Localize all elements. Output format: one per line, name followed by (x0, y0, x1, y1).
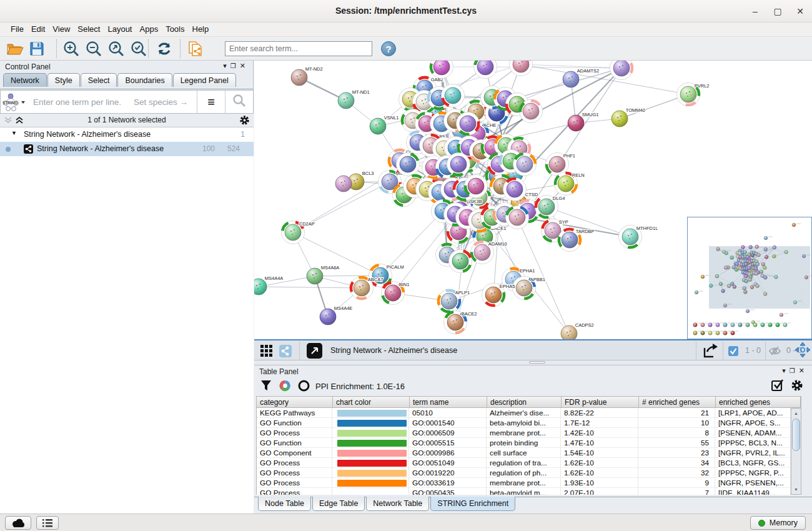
table-panel-menu-icon[interactable]: ▾ (782, 367, 790, 374)
zoom-selected-icon[interactable] (130, 40, 147, 57)
birdseye-view[interactable] (687, 217, 812, 339)
network-node[interactable]: PVRL2 (677, 83, 710, 106)
scroll-down-arrow[interactable]: ▼ (792, 485, 800, 494)
network-node[interactable] (335, 176, 352, 192)
network-node[interactable]: TOMM40 (611, 107, 645, 127)
tab-select[interactable]: Select (81, 73, 117, 87)
table-row[interactable]: GO FunctionGO:0005515protein binding1.47… (257, 438, 791, 448)
grid-view-icon[interactable] (260, 345, 273, 357)
string-term-input[interactable]: Enter one term per line. (27, 97, 134, 107)
network-node[interactable]: MT-ND2 (291, 66, 323, 86)
pan-crosshair-icon[interactable] (795, 342, 811, 358)
column-header--enriched-genes[interactable]: # enriched genes (639, 397, 716, 407)
zoom-out-icon[interactable] (85, 40, 102, 57)
search-input[interactable] (225, 41, 372, 56)
string-logo-icon[interactable]: STRING (1, 91, 27, 113)
network-node[interactable] (457, 112, 480, 136)
scrollbar-thumb[interactable] (792, 419, 800, 451)
panel-float-icon[interactable]: ❐ (230, 62, 240, 69)
table-panel-close-icon[interactable]: ✕ (799, 367, 808, 374)
network-node[interactable] (506, 206, 529, 229)
column-header-enriched-genes[interactable]: enriched genes (716, 397, 801, 407)
network-node[interactable] (503, 178, 527, 201)
tab-edge-table[interactable]: Edge Table (312, 497, 365, 511)
filter-icon[interactable] (260, 380, 272, 392)
network-options-gear-icon[interactable] (239, 115, 250, 126)
save-session-icon[interactable] (29, 41, 45, 57)
network-node[interactable] (510, 61, 533, 76)
network-node[interactable]: ADAMTS2 (563, 68, 599, 87)
open-session-icon[interactable] (6, 41, 24, 57)
panel-splitter-horizontal[interactable] (254, 360, 812, 365)
column-header-chart-color[interactable]: chart color (333, 397, 410, 407)
network-node[interactable]: ABCA7 (350, 277, 384, 300)
close-button[interactable]: ✕ (791, 4, 810, 19)
tree-collection-row[interactable]: ▼ String Network - Alzheimer's disease 1 (0, 127, 254, 142)
network-node[interactable]: EPHA5 (482, 284, 515, 307)
table-row[interactable]: GO ProcessGO:0006509membrane prot...1.42… (257, 428, 791, 438)
network-node[interactable] (465, 175, 488, 198)
network-node[interactable]: MS4A4A (254, 275, 283, 295)
tab-style[interactable]: Style (47, 73, 80, 87)
network-node[interactable]: PHF1 (546, 153, 575, 176)
column-header-description[interactable]: description (487, 397, 562, 407)
menu-item-edit[interactable]: Edit (27, 22, 49, 36)
string-options-icon[interactable]: ≡ (197, 95, 225, 109)
tab-network-table[interactable]: Network Table (366, 497, 429, 511)
task-list-button[interactable] (36, 516, 59, 530)
hidden-eye-icon[interactable] (769, 345, 781, 356)
network-node[interactable] (397, 153, 420, 176)
menu-item-select[interactable]: Select (74, 22, 104, 36)
string-search-icon[interactable] (225, 94, 253, 110)
tab-boundaries[interactable]: Boundaries (117, 73, 172, 87)
selected-checkbox-icon[interactable] (728, 346, 738, 356)
network-node[interactable]: DLG4 (535, 196, 565, 219)
network-node[interactable] (430, 61, 453, 79)
network-node[interactable]: CADPS2 (561, 322, 594, 339)
network-node[interactable]: VSNL1 (370, 115, 399, 134)
network-node[interactable]: APLP1 (438, 290, 470, 313)
birdseye-viewport[interactable] (709, 246, 810, 309)
cloud-button[interactable] (5, 516, 31, 530)
network-overview-icon[interactable] (279, 345, 292, 357)
menu-item-layout[interactable]: Layout (104, 22, 136, 36)
network-node[interactable] (474, 61, 497, 79)
network-node[interactable] (442, 84, 465, 107)
network-node[interactable]: TARDBP (558, 229, 595, 252)
zoom-in-icon[interactable] (62, 40, 80, 57)
tab-network[interactable]: Network (3, 73, 47, 87)
table-row[interactable]: GO ProcessGO:0051049regulation of tra...… (257, 458, 791, 468)
table-row[interactable]: GO FunctionGO:0001540beta-amyloid bi...1… (257, 418, 791, 428)
tab-legend-panel[interactable]: Legend Panel (173, 73, 236, 87)
network-node[interactable] (447, 153, 470, 176)
zoom-fit-icon[interactable] (107, 40, 125, 57)
network-node[interactable]: MTHFD1L (619, 226, 658, 249)
help-icon[interactable]: ? (381, 41, 396, 56)
tab-string-enrichment[interactable]: STRING Enrichment (430, 497, 515, 511)
chart-settings-icon[interactable] (279, 380, 291, 392)
panel-close-icon[interactable]: ✕ (240, 62, 249, 69)
network-view[interactable]: MT-ND2MT-ND1VSNL1GAB2IRS1CHATBCHETNFACHE… (254, 61, 812, 339)
table-panel-float-icon[interactable]: ❐ (790, 367, 799, 374)
column-header-FDR-p-value[interactable]: FDR p-value (562, 397, 639, 407)
tree-expand-icon[interactable]: ▼ (11, 130, 17, 136)
network-node[interactable]: ADAM10 (471, 241, 507, 264)
network-node[interactable]: BACE2 (444, 311, 477, 334)
string-view-badge-icon[interactable] (307, 343, 322, 359)
refresh-icon[interactable] (156, 41, 172, 57)
network-node[interactable] (520, 100, 543, 123)
select-columns-icon[interactable] (771, 379, 784, 392)
remove-chart-icon[interactable] (298, 380, 310, 392)
network-node[interactable]: RELN (555, 172, 585, 196)
table-settings-gear-icon[interactable] (791, 379, 803, 392)
column-header-category[interactable]: category (257, 397, 333, 407)
table-row[interactable]: GO ProcessGO:0019220regulation of ph...1… (257, 468, 791, 478)
table-row[interactable]: GO ComponentGO:0009986cell surface1.54E-… (257, 448, 791, 458)
panel-menu-icon[interactable]: ▾ (223, 62, 230, 69)
table-scrollbar[interactable]: ▲ ▼ (791, 408, 801, 495)
export-network-icon[interactable] (702, 343, 718, 359)
network-node[interactable] (513, 153, 537, 176)
column-header-term-name[interactable]: term name (410, 397, 487, 407)
menu-item-view[interactable]: View (49, 22, 74, 36)
clone-network-icon[interactable] (186, 39, 205, 58)
